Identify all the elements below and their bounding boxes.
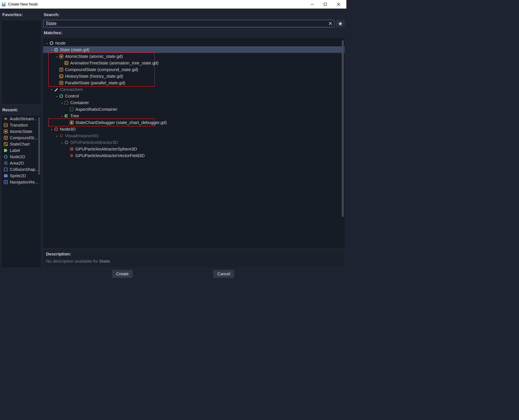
tree-row[interactable]: ⌄VisualInstance3D: [43, 132, 345, 139]
recent-item[interactable]: Transition: [2, 122, 41, 128]
tree-row[interactable]: HistoryState (history_state.gd): [43, 73, 345, 79]
svg-point-12: [5, 131, 7, 132]
svg-point-47: [60, 95, 63, 98]
svg-rect-25: [4, 174, 7, 177]
tree-row[interactable]: ParallelState (parallel_state.gd): [43, 79, 345, 86]
create-button[interactable]: Create: [112, 270, 133, 278]
vectorfield-icon: [69, 153, 74, 158]
recent-item[interactable]: Label: [2, 147, 41, 154]
svg-rect-19: [6, 144, 7, 145]
tree-icon: [64, 113, 69, 119]
close-button[interactable]: [332, 0, 345, 9]
container-icon: [64, 100, 69, 105]
matches-scrollbar[interactable]: [342, 40, 344, 246]
titlebar: Create New Node: [0, 0, 346, 9]
svg-rect-6: [324, 3, 327, 5]
canvasitem-icon: [54, 87, 59, 92]
recent-item-label: Area2D: [10, 161, 24, 165]
svg-rect-22: [4, 162, 7, 165]
maximize-button[interactable]: [319, 0, 332, 9]
svg-rect-48: [65, 101, 68, 104]
description-panel: Description: No description available fo…: [43, 249, 345, 268]
svg-point-64: [65, 141, 68, 144]
chevron-down-icon[interactable]: ⌄: [60, 140, 64, 144]
search-input[interactable]: [43, 20, 334, 27]
tree-row[interactable]: ⌄Node: [43, 40, 345, 46]
tree-row[interactable]: ⌄Tree: [43, 112, 345, 119]
node3d-icon: [54, 127, 59, 132]
chevron-down-icon[interactable]: ⌄: [49, 87, 54, 91]
clear-search-icon[interactable]: ✕: [328, 20, 333, 27]
scrollbar-thumb[interactable]: [38, 117, 40, 175]
tree-row[interactable]: ⌄CanvasItem: [43, 86, 345, 93]
compound-icon: [3, 135, 8, 140]
tree-row[interactable]: ⌄Control: [43, 93, 345, 99]
recent-item-label: CollisionShap...: [10, 167, 39, 172]
svg-point-4: [4, 5, 5, 5]
tree-row[interactable]: CompoundState (compound_state.gd): [43, 66, 345, 73]
recent-item[interactable]: AudioStream...: [2, 116, 41, 122]
tree-row-label: GPUParticlesAttractorSphere3D: [75, 146, 137, 151]
search-row: ✕: [43, 20, 345, 27]
tree-row-label: ParallelState (parallel_state.gd): [65, 80, 125, 85]
tree-row[interactable]: ⌄AtomicState (atomic_state.gd): [43, 53, 345, 60]
matches-panel[interactable]: ⌄Node⌄State (state.gd)⌄AtomicState (atom…: [43, 38, 345, 248]
cancel-button[interactable]: Cancel: [213, 270, 234, 278]
tree-row[interactable]: ⌄GPUParticlesAttractor3D: [43, 139, 345, 146]
favorites-label: Favorites:: [2, 10, 41, 19]
recent-item-label: Label: [10, 148, 20, 153]
favorites-panel[interactable]: [2, 20, 41, 104]
chevron-down-icon[interactable]: ⌄: [49, 48, 54, 51]
recent-item[interactable]: AtomicState: [2, 128, 41, 135]
tree-row[interactable]: GPUParticlesAttractorVectorField3D: [43, 152, 345, 159]
description-text: No description available for State.: [46, 259, 342, 264]
recent-item[interactable]: CollisionShap...: [2, 166, 41, 173]
svg-line-74: [72, 154, 73, 155]
svg-point-55: [71, 122, 72, 124]
svg-point-3: [3, 5, 3, 5]
tree-row[interactable]: AnimationTreeState (animation_tree_state…: [43, 60, 345, 66]
history-icon: [59, 74, 64, 79]
parallel-icon: [59, 80, 64, 85]
chevron-down-icon[interactable]: ⌄: [60, 114, 64, 118]
svg-line-76: [72, 156, 73, 157]
minimize-button[interactable]: [306, 0, 319, 9]
recent-item[interactable]: Area2D: [2, 160, 41, 166]
chevron-down-icon[interactable]: ⌄: [45, 41, 49, 45]
window-title: Create New Node: [8, 2, 306, 6]
chevron-down-icon[interactable]: ⌄: [55, 94, 59, 98]
chevron-down-icon[interactable]: ⌄: [49, 127, 54, 131]
recent-item[interactable]: StateChart: [2, 141, 41, 147]
chevron-down-icon[interactable]: ⌄: [60, 101, 64, 104]
audiostream-icon: [3, 117, 8, 121]
svg-point-31: [50, 42, 53, 45]
tree-row-label: CompoundState (compound_state.gd): [65, 67, 138, 72]
svg-point-15: [6, 137, 7, 138]
svg-point-34: [60, 56, 62, 57]
recent-list[interactable]: AudioStream...TransitionAtomicStateCompo…: [2, 116, 41, 268]
tree-row[interactable]: ⌄Container: [43, 99, 345, 106]
tree-row[interactable]: StateChartDebugger (state_chart_debugger…: [43, 119, 345, 126]
svg-point-20: [5, 150, 5, 151]
tree-row[interactable]: ⌄Node3D: [43, 126, 345, 132]
tree-row[interactable]: GPUParticlesAttractorSphere3D: [43, 146, 345, 152]
chevron-down-icon[interactable]: ⌄: [55, 134, 59, 138]
chevron-down-icon[interactable]: ⌄: [55, 54, 59, 58]
tree-row[interactable]: ⌄State (state.gd): [43, 46, 345, 53]
svg-point-10: [5, 125, 5, 125]
node2d-icon: [3, 154, 8, 159]
favorite-toggle-button[interactable]: [336, 20, 345, 27]
svg-line-75: [70, 156, 71, 157]
tree-row-label: State (state.gd): [60, 47, 89, 52]
control-ring-icon: [59, 93, 64, 99]
tree-row-label: Node: [55, 41, 66, 45]
recent-item-label: CompoundSt...: [10, 135, 38, 140]
recent-item[interactable]: Sprite2D: [2, 173, 41, 179]
area2d-icon: [3, 161, 8, 165]
tree-row[interactable]: AspectRatioContainer: [43, 106, 345, 112]
svg-point-56: [71, 121, 72, 122]
recent-item[interactable]: NavigationRe...: [2, 179, 41, 185]
svg-point-26: [5, 175, 5, 176]
recent-item[interactable]: Node2D: [2, 154, 41, 160]
recent-item[interactable]: CompoundSt...: [2, 135, 41, 141]
